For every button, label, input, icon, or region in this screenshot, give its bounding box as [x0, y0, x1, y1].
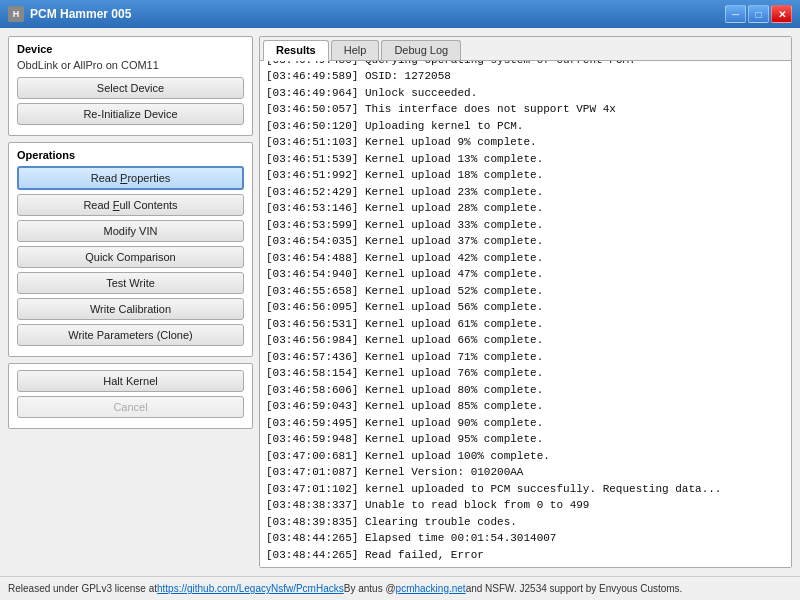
log-line: [03:46:54:940] Kernel upload 47% complet… — [266, 266, 785, 283]
log-line: [03:46:52:429] Kernel upload 23% complet… — [266, 184, 785, 201]
halt-section: Halt Kernel Cancel — [8, 363, 253, 429]
window-controls: ─ □ ✕ — [725, 5, 792, 23]
title-bar: H PCM Hammer 005 ─ □ ✕ — [0, 0, 800, 28]
quick-comparison-button[interactable]: Quick Comparison — [17, 246, 244, 268]
log-line: [03:46:56:984] Kernel upload 66% complet… — [266, 332, 785, 349]
log-line: [03:46:51:103] Kernel upload 9% complete… — [266, 134, 785, 151]
select-device-button[interactable]: Select Device — [17, 77, 244, 99]
app-icon: H — [8, 6, 24, 22]
log-line: [03:46:49:589] OSID: 1272058 — [266, 68, 785, 85]
operations-label: Operations — [17, 149, 244, 161]
log-line: [03:48:44:265] Elapsed time 00:01:54.301… — [266, 530, 785, 547]
reinit-device-button[interactable]: Re-Initialize Device — [17, 103, 244, 125]
cancel-button[interactable]: Cancel — [17, 396, 244, 418]
log-line: [03:47:01:102] kernel uploaded to PCM su… — [266, 481, 785, 498]
write-parameters-button[interactable]: Write Parameters (Clone) — [17, 324, 244, 346]
log-line: [03:46:58:154] Kernel upload 76% complet… — [266, 365, 785, 382]
log-line: [03:46:51:539] Kernel upload 13% complet… — [266, 151, 785, 168]
status-text1: Released under GPLv3 license at — [8, 583, 157, 594]
write-calibration-button[interactable]: Write Calibration — [17, 298, 244, 320]
github-link[interactable]: https://github.com/LegacyNsfw/PcmHacks — [157, 583, 344, 594]
minimize-button[interactable]: ─ — [725, 5, 746, 23]
body-layout: Device ObdLink or AllPro on COM11 Select… — [8, 36, 792, 568]
log-line: [03:46:51:992] Kernel upload 18% complet… — [266, 167, 785, 184]
maximize-button[interactable]: □ — [748, 5, 769, 23]
right-panel: Results Help Debug Log [03:44:27:021] Ha… — [259, 36, 792, 568]
log-line: [03:46:58:606] Kernel upload 80% complet… — [266, 382, 785, 399]
left-panel: Device ObdLink or AllPro on COM11 Select… — [8, 36, 253, 568]
device-name: ObdLink or AllPro on COM11 — [17, 59, 244, 71]
read-properties-button[interactable]: Read Properties — [17, 166, 244, 190]
log-line: [03:47:01:087] Kernel Version: 010200AA — [266, 464, 785, 481]
log-line: [03:46:59:043] Kernel upload 85% complet… — [266, 398, 785, 415]
halt-kernel-button[interactable]: Halt Kernel — [17, 370, 244, 392]
operations-section: Operations Read Properties Read Full Con… — [8, 142, 253, 357]
main-content: Device ObdLink or AllPro on COM11 Select… — [0, 28, 800, 576]
modify-vin-button[interactable]: Modify VIN — [17, 220, 244, 242]
log-line: [03:46:55:658] Kernel upload 52% complet… — [266, 283, 785, 300]
log-line: [03:48:38:337] Unable to read block from… — [266, 497, 785, 514]
tab-bar: Results Help Debug Log — [260, 37, 791, 61]
window-title: PCM Hammer 005 — [30, 7, 725, 21]
log-line: [03:48:39:835] Clearing trouble codes. — [266, 514, 785, 531]
log-line: [03:46:56:531] Kernel upload 61% complet… — [266, 316, 785, 333]
tab-debug[interactable]: Debug Log — [381, 40, 461, 60]
log-line: [03:46:49:480] Querying operating system… — [266, 61, 785, 68]
status-text2: By antus @ — [344, 583, 396, 594]
log-line: [03:46:54:488] Kernel upload 42% complet… — [266, 250, 785, 267]
status-bar: Released under GPLv3 license at https://… — [0, 576, 800, 600]
log-line: [03:48:44:265] Read failed, Error — [266, 547, 785, 564]
log-line: [03:47:00:681] Kernel upload 100% comple… — [266, 448, 785, 465]
log-line: [03:46:59:495] Kernel upload 90% complet… — [266, 415, 785, 432]
log-line: [03:46:49:964] Unlock succeeded. — [266, 85, 785, 102]
tab-help[interactable]: Help — [331, 40, 380, 60]
tab-results[interactable]: Results — [263, 40, 329, 61]
device-section: Device ObdLink or AllPro on COM11 Select… — [8, 36, 253, 136]
log-line: [03:46:53:146] Kernel upload 28% complet… — [266, 200, 785, 217]
log-line: [03:46:53:599] Kernel upload 33% complet… — [266, 217, 785, 234]
results-log[interactable]: [03:44:27:021] Hardware ID: 12589162[03:… — [260, 61, 791, 567]
device-label: Device — [17, 43, 244, 55]
close-button[interactable]: ✕ — [771, 5, 792, 23]
log-line: [03:46:57:436] Kernel upload 71% complet… — [266, 349, 785, 366]
read-full-contents-button[interactable]: Read Full Contents — [17, 194, 244, 216]
log-line: [03:46:59:948] Kernel upload 95% complet… — [266, 431, 785, 448]
log-line: [03:46:50:120] Uploading kernel to PCM. — [266, 118, 785, 135]
pcmhacking-link[interactable]: pcmhacking.net — [396, 583, 466, 594]
test-write-button[interactable]: Test Write — [17, 272, 244, 294]
status-text3: and NSFW. J2534 support by Envyous Custo… — [466, 583, 683, 594]
log-line: [03:46:54:035] Kernel upload 37% complet… — [266, 233, 785, 250]
log-line: [03:46:50:057] This interface does not s… — [266, 101, 785, 118]
log-line: [03:46:56:095] Kernel upload 56% complet… — [266, 299, 785, 316]
